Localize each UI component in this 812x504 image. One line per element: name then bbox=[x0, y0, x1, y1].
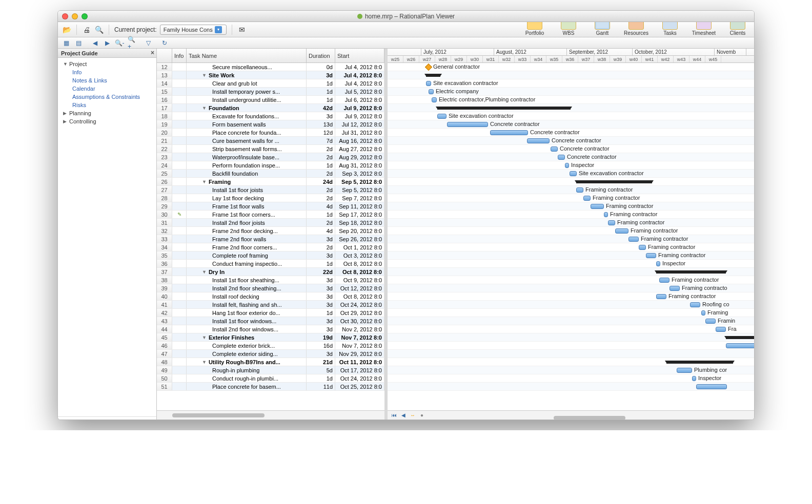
gantt-bar[interactable] bbox=[615, 228, 628, 234]
indent-icon[interactable]: ▶ bbox=[103, 39, 111, 47]
table-row[interactable]: 39Install 2nd floor sheathing...3dOct 12… bbox=[157, 284, 384, 292]
filter-icon[interactable]: ▽ bbox=[144, 39, 152, 47]
gantt-sum[interactable] bbox=[666, 361, 733, 364]
gantt-bar[interactable] bbox=[426, 81, 431, 86]
zoom-window-button[interactable] bbox=[82, 13, 88, 19]
nav-first-icon[interactable]: ⏮ bbox=[391, 412, 398, 419]
fit-icon[interactable]: ↔ bbox=[409, 412, 416, 419]
table-row[interactable]: 28Lay 1st floor decking2dSep 7, 2012 8:0 bbox=[157, 194, 384, 202]
gantt-bar[interactable] bbox=[608, 220, 615, 225]
gantt-bar[interactable] bbox=[429, 89, 434, 94]
table-row[interactable]: 29Frame 1st floor walls4dSep 11, 2012 8:… bbox=[157, 202, 384, 211]
gantt-sum[interactable] bbox=[656, 270, 726, 274]
col-start[interactable]: Start bbox=[335, 49, 384, 62]
tree-child[interactable]: Assumptions & Constraints bbox=[58, 93, 156, 101]
panel-icon[interactable]: ▤ bbox=[74, 39, 83, 47]
gantt-bar[interactable] bbox=[656, 261, 660, 266]
table-row[interactable]: 46Complete exterior brick...16dNov 7, 20… bbox=[157, 342, 384, 350]
print-icon[interactable]: 🖨 bbox=[82, 25, 91, 34]
gantt-bar[interactable] bbox=[604, 212, 608, 217]
gantt-bar[interactable] bbox=[659, 278, 669, 283]
open-icon[interactable]: 📂 bbox=[62, 25, 71, 34]
table-row[interactable]: 47Complete exterior siding...3dNov 29, 2… bbox=[157, 350, 384, 358]
gantt-bar[interactable] bbox=[701, 310, 705, 316]
gantt-bar[interactable] bbox=[669, 286, 680, 291]
table-row[interactable]: 44Install 2nd floor windows...3dNov 2, 2… bbox=[157, 325, 384, 333]
refresh-icon[interactable]: ↻ bbox=[160, 39, 169, 47]
table-row[interactable]: 50Conduct rough-in plumbi...1dOct 24, 20… bbox=[157, 374, 384, 383]
table-row[interactable]: 20Place concrete for founda...12dJul 31,… bbox=[157, 129, 384, 137]
gantt-bar[interactable] bbox=[551, 146, 558, 152]
table-row[interactable]: 23Waterproof/insulate base...2dAug 29, 2… bbox=[157, 153, 384, 161]
col-number[interactable] bbox=[157, 49, 172, 62]
table-row[interactable]: 41Install felt, flashing and sh...3dOct … bbox=[157, 301, 384, 309]
table-row[interactable]: 14Clear and grub lot1dJul 4, 2012 8:0 bbox=[157, 79, 384, 88]
table-row[interactable]: 51Place concrete for basem...11dOct 25, … bbox=[157, 383, 384, 391]
gantt-bar[interactable] bbox=[656, 294, 666, 299]
table-row[interactable]: 40Install roof decking3dOct 8, 2012 8:0 bbox=[157, 292, 384, 301]
close-icon[interactable]: × bbox=[151, 49, 154, 56]
minimize-window-button[interactable] bbox=[72, 13, 78, 19]
gantt-bar[interactable] bbox=[570, 171, 577, 176]
tree-child[interactable]: Risks bbox=[58, 101, 156, 109]
gantt-sum[interactable] bbox=[726, 336, 754, 339]
table-row[interactable]: 32Frame 2nd floor decking...4dSep 20, 20… bbox=[157, 227, 384, 235]
gantt-bar[interactable] bbox=[692, 376, 696, 381]
table-row[interactable]: 18Excavate for foundations...3dJul 9, 20… bbox=[157, 112, 384, 120]
col-info[interactable]: Info bbox=[172, 49, 187, 62]
table-row[interactable]: 25Backfill foundation2dSep 3, 2012 8:0 bbox=[157, 170, 384, 178]
gantt-bar[interactable] bbox=[716, 327, 726, 332]
table-row[interactable]: 43Install 1st floor windows...3dOct 30, … bbox=[157, 317, 384, 325]
gantt-bar[interactable] bbox=[583, 196, 591, 201]
table-row[interactable]: 38Install 1st floor sheathing...3dOct 9,… bbox=[157, 276, 384, 284]
tree-child[interactable]: Notes & Links bbox=[58, 76, 156, 85]
gantt-sum[interactable] bbox=[437, 107, 571, 110]
today-icon[interactable]: ● bbox=[418, 412, 425, 419]
table-row[interactable]: 33Frame 2nd floor walls3dSep 26, 2012 8:… bbox=[157, 235, 384, 243]
gantt-scroll-thumb[interactable] bbox=[554, 416, 625, 420]
close-window-button[interactable] bbox=[62, 13, 68, 19]
table-row[interactable]: 49Rough-in plumbing5dOct 17, 2012 8:0 bbox=[157, 366, 384, 374]
current-project-dropdown[interactable]: Family House Cons ▾ bbox=[160, 25, 227, 35]
table-row[interactable]: 34Frame 2nd floor corners...2dOct 1, 201… bbox=[157, 243, 384, 251]
table-row[interactable]: 27Install 1st floor joists2dSep 5, 2012 … bbox=[157, 186, 384, 194]
table-row[interactable]: 30✎Frame 1st floor corners...1dSep 17, 2… bbox=[157, 211, 384, 219]
table-row[interactable]: 31Install 2nd floor joists2dSep 18, 2012… bbox=[157, 219, 384, 227]
nav-prev-icon[interactable]: ◀ bbox=[400, 412, 407, 419]
gantt-body[interactable]: General contractorSite excavation contra… bbox=[388, 63, 754, 410]
gantt-bar[interactable] bbox=[490, 130, 528, 135]
gantt-bar[interactable] bbox=[591, 204, 604, 209]
gantt-diamond[interactable] bbox=[425, 64, 432, 71]
gantt-bar[interactable] bbox=[527, 138, 550, 143]
table-row[interactable]: 35Complete roof framing3dOct 3, 2012 8:0 bbox=[157, 251, 384, 260]
gantt-bar[interactable] bbox=[639, 245, 646, 250]
gantt-bar[interactable] bbox=[565, 163, 569, 168]
gantt-bar[interactable] bbox=[432, 97, 437, 102]
guide-toggle-icon[interactable]: ▦ bbox=[62, 39, 70, 47]
table-row[interactable]: 26▼Framing24dSep 5, 2012 8:0 bbox=[157, 178, 384, 186]
tree-node-controlling[interactable]: ▶Controlling bbox=[58, 117, 156, 125]
tree-node-project[interactable]: ▼Project bbox=[58, 60, 156, 68]
col-duration[interactable]: Duration bbox=[307, 49, 335, 62]
table-row[interactable]: 48▼Utility Rough-B97Ins and...21dOct 11,… bbox=[157, 358, 384, 366]
table-row[interactable]: 15Install temporary power s...1dJul 5, 2… bbox=[157, 88, 384, 96]
table-row[interactable]: 42Hang 1st floor exterior do...1dOct 29,… bbox=[157, 309, 384, 317]
gantt-sum[interactable] bbox=[426, 74, 440, 77]
gantt-bar[interactable] bbox=[677, 368, 692, 373]
table-row[interactable]: 22Strip basement wall forms...2dAug 27, … bbox=[157, 145, 384, 153]
table-row[interactable]: 19Form basement walls13dJul 12, 2012 8:0 bbox=[157, 120, 384, 129]
tree-child[interactable]: Calendar bbox=[58, 85, 156, 93]
tree-node-planning[interactable]: ▶Planning bbox=[58, 109, 156, 117]
table-row[interactable]: 17▼Foundation42dJul 9, 2012 8:0 bbox=[157, 104, 384, 112]
gantt-sum[interactable] bbox=[576, 180, 652, 183]
zoom-out-icon[interactable]: 🔍- bbox=[115, 39, 124, 47]
preview-icon[interactable]: 🔍 bbox=[94, 25, 104, 34]
gantt-bar[interactable] bbox=[705, 319, 716, 324]
gantt-bar[interactable] bbox=[558, 155, 565, 160]
tree-child[interactable]: Info bbox=[58, 68, 156, 76]
grid-scrollbar[interactable] bbox=[157, 410, 384, 419]
col-task-name[interactable]: Task Name bbox=[187, 49, 307, 62]
zoom-in-icon[interactable]: 🔍+ bbox=[128, 39, 136, 47]
gantt-bar[interactable] bbox=[628, 237, 639, 242]
table-row[interactable]: 21Cure basement walls for ...7dAug 16, 2… bbox=[157, 137, 384, 145]
